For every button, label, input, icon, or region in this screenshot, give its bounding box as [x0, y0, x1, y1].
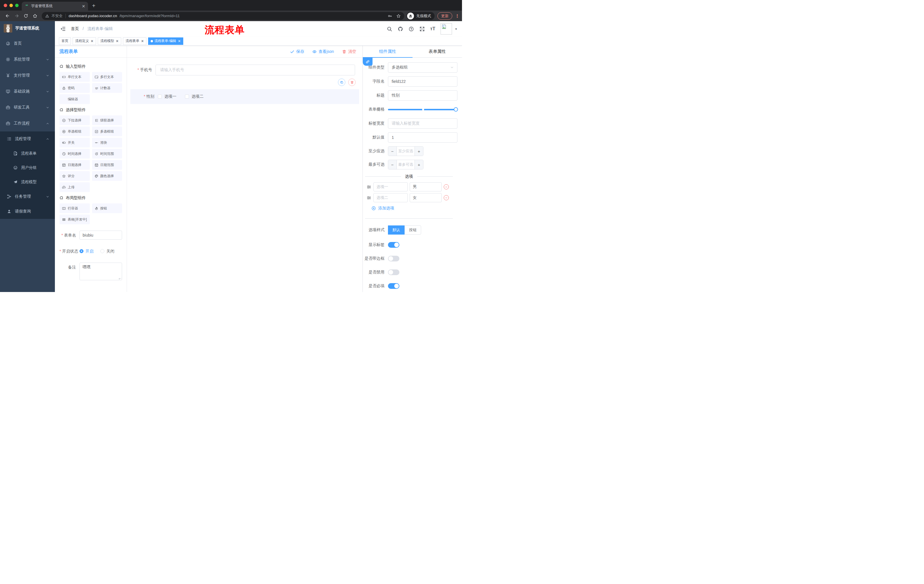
- option-label-input[interactable]: 选项一: [373, 182, 408, 191]
- component-chip[interactable]: 日期范围: [92, 160, 122, 170]
- form-grid-slider[interactable]: [388, 104, 457, 115]
- increase-button[interactable]: +: [415, 146, 423, 156]
- sidebar-fold-icon[interactable]: [60, 26, 66, 32]
- max-select-input[interactable]: 最多可选: [396, 160, 415, 169]
- link-tag-button[interactable]: [363, 58, 373, 66]
- window-controls[interactable]: [4, 4, 18, 7]
- avatar-caret-icon[interactable]: ▾: [455, 27, 457, 31]
- save-button[interactable]: 保存: [290, 49, 304, 54]
- phone-input[interactable]: 请输入手机号: [155, 64, 355, 76]
- increase-button[interactable]: +: [415, 160, 423, 169]
- component-chip[interactable]: 表格[开发中]: [59, 215, 90, 224]
- reload-button[interactable]: [22, 12, 30, 20]
- component-chip[interactable]: 时间范围: [92, 149, 122, 159]
- property-tab[interactable]: 表单属性: [412, 46, 462, 58]
- address-bar[interactable]: 不安全 dashboard.yudao.iocoder.cn /bpm/mana…: [42, 12, 404, 20]
- option-style-choice[interactable]: 默认: [388, 225, 404, 235]
- sidebar-submenu-item[interactable]: 任务管理: [0, 189, 55, 204]
- update-button[interactable]: 更新: [437, 12, 452, 20]
- avatar[interactable]: [441, 23, 452, 35]
- option-label-input[interactable]: 选项二: [373, 193, 408, 202]
- component-chip[interactable]: 行容器: [59, 204, 90, 213]
- help-icon[interactable]: [409, 26, 414, 32]
- browser-tab[interactable]: 芋道管理系统 ✕: [22, 2, 88, 11]
- component-chip[interactable]: 按钮: [92, 204, 122, 213]
- maximize-window-button[interactable]: [15, 4, 18, 7]
- bookmark-star-icon[interactable]: [396, 14, 401, 18]
- component-chip[interactable]: 多选框组: [92, 127, 122, 136]
- label-width-input[interactable]: 请输入标签宽度: [388, 118, 457, 128]
- component-chip[interactable]: 123 计数器: [92, 83, 122, 93]
- search-icon[interactable]: [387, 26, 392, 32]
- component-chip[interactable]: 日期选择: [59, 160, 90, 170]
- sidebar-menu-item[interactable]: 系统管理: [0, 51, 55, 67]
- slider-track[interactable]: [388, 109, 456, 110]
- component-chip[interactable]: 评分: [59, 171, 90, 181]
- form-name-input[interactable]: biubiu: [79, 230, 122, 240]
- sidebar-submenu-item[interactable]: 请假查询: [0, 204, 55, 219]
- component-chip[interactable]: 级联选择: [92, 115, 122, 125]
- component-chip[interactable]: 多行文本: [92, 72, 122, 82]
- component-chip[interactable]: 编辑器: [59, 94, 90, 104]
- component-chip[interactable]: 开关: [59, 138, 90, 147]
- tag-close-icon[interactable]: ✕: [178, 39, 181, 43]
- title-input[interactable]: 性别: [388, 90, 457, 100]
- browser-menu-icon[interactable]: ⋮: [455, 13, 459, 18]
- phone-field-row[interactable]: 手机号 请输入手机号: [130, 64, 359, 76]
- drag-handle-icon[interactable]: [366, 196, 371, 200]
- page-tag[interactable]: 流程定义 ✕: [73, 38, 96, 45]
- tag-close-icon[interactable]: ✕: [116, 39, 119, 43]
- back-button[interactable]: [4, 12, 11, 20]
- breadcrumb-home[interactable]: 首页: [71, 26, 79, 31]
- sidebar-submenu-item[interactable]: 流程管理: [0, 132, 55, 146]
- decrease-button[interactable]: −: [388, 160, 396, 169]
- font-size-icon[interactable]: ᴛT: [430, 26, 436, 31]
- checkbox-icon[interactable]: [185, 95, 189, 99]
- slider-handle[interactable]: [454, 107, 458, 112]
- sidebar-menu-item[interactable]: 支付管理: [0, 67, 55, 84]
- option-value-input[interactable]: 男: [410, 182, 442, 191]
- option-style-choice[interactable]: 按钮: [404, 225, 421, 235]
- component-chip[interactable]: 上传: [59, 182, 90, 192]
- toggle-switch[interactable]: [388, 270, 399, 275]
- sidebar-submenu-item[interactable]: 流程模型: [0, 175, 55, 189]
- default-value-input[interactable]: 1: [388, 132, 457, 143]
- new-tab-button[interactable]: +: [92, 3, 96, 8]
- component-chip[interactable]: 密码: [59, 83, 90, 93]
- drag-handle-icon[interactable]: [366, 184, 371, 189]
- checkbox-option[interactable]: 选项二: [185, 94, 203, 99]
- remove-option-button[interactable]: −: [444, 195, 449, 200]
- checkbox-option[interactable]: 选项一: [158, 94, 177, 99]
- remove-option-button[interactable]: −: [444, 184, 449, 189]
- sidebar-menu-item[interactable]: 研发工具: [0, 99, 55, 115]
- component-chip[interactable]: 下拉选择: [59, 115, 90, 125]
- add-option-button[interactable]: 添加选项: [371, 206, 457, 211]
- close-window-button[interactable]: [4, 4, 7, 7]
- page-tag[interactable]: 首页: [59, 38, 71, 45]
- sidebar-menu-item[interactable]: 工作流程: [0, 115, 55, 132]
- min-select-input[interactable]: 至少应选: [396, 146, 415, 156]
- view-json-button[interactable]: 查看json: [312, 49, 334, 54]
- delete-component-button[interactable]: [348, 79, 356, 86]
- component-chip[interactable]: 单行文本: [59, 72, 90, 82]
- page-tag[interactable]: 流程模型 ✕: [98, 38, 121, 45]
- sidebar-menu-item[interactable]: 基础设施: [0, 84, 55, 99]
- sidebar-submenu-item[interactable]: 用户分组: [0, 161, 55, 175]
- property-tab[interactable]: 组件属性: [363, 46, 412, 58]
- status-radio-on[interactable]: 开启: [79, 247, 94, 256]
- home-button[interactable]: [31, 12, 39, 20]
- component-chip[interactable]: 滑块: [92, 138, 122, 147]
- tab-close-icon[interactable]: ✕: [82, 4, 85, 8]
- selected-component-gender[interactable]: 性别 选项一 选项二: [130, 89, 359, 104]
- decrease-button[interactable]: −: [388, 146, 396, 156]
- page-tag[interactable]: 流程表单-编辑 ✕: [148, 38, 183, 45]
- sidebar-submenu-item[interactable]: 流程表单: [0, 146, 55, 161]
- checkbox-icon[interactable]: [158, 95, 162, 99]
- sidebar-menu-item[interactable]: 首页: [0, 35, 55, 51]
- tag-close-icon[interactable]: ✕: [141, 39, 144, 43]
- component-chip[interactable]: 时间选择: [59, 149, 90, 159]
- toggle-switch[interactable]: [388, 256, 399, 262]
- component-chip[interactable]: 颜色选择: [92, 171, 122, 181]
- resize-handle[interactable]: [119, 277, 121, 280]
- minimize-window-button[interactable]: [10, 4, 13, 7]
